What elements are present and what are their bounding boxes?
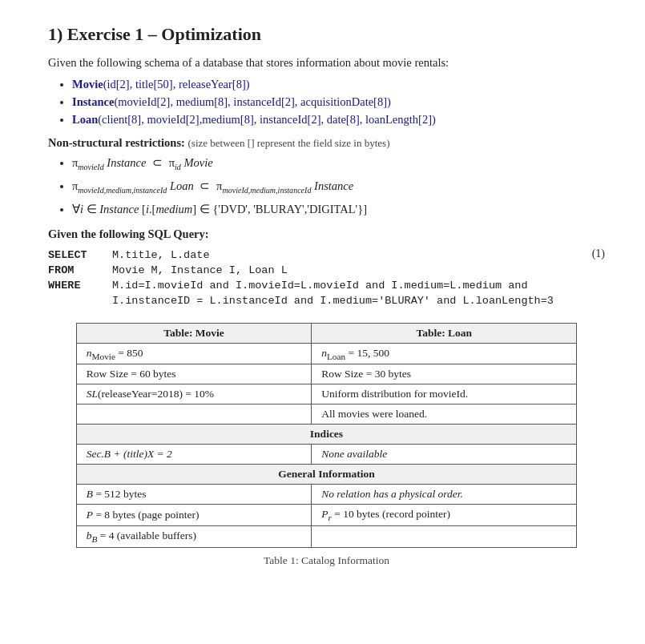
- sql-block: SELECT M.title, L.date FROM Movie M, Ins…: [48, 248, 605, 307]
- general-header-row: General Information: [76, 465, 577, 485]
- indices-header-row: Indices: [76, 425, 577, 445]
- cell-no-physical: No relation has a physical order.: [312, 485, 577, 505]
- cell-b: B = 512 bytes: [76, 485, 311, 505]
- schema-instance: Instance(movieId[2], medium[8], instance…: [72, 95, 605, 109]
- math-constraint-1: πmovieId Instance ⊂ πid Movie: [72, 156, 605, 173]
- sql-select-val: M.title, L.date: [112, 248, 605, 261]
- schema-movie-name: Movie: [72, 78, 103, 91]
- schema-movie: Movie(id[2], title[50], releaseYear[8]): [72, 78, 605, 91]
- table-row: B = 512 bytes No relation has a physical…: [76, 485, 577, 505]
- schema-list: Movie(id[2], title[50], releaseYear[8]) …: [72, 78, 605, 127]
- equation-number: (1): [592, 248, 605, 260]
- restrictions-heading: Non-structural restrictions: (size betwe…: [48, 136, 605, 150]
- sql-where-val2: I.instanceID = L.instanceId and I.medium…: [112, 293, 605, 307]
- table-row: Sec.B + (title)X = 2 None available: [76, 445, 577, 465]
- cell-empty2: [312, 526, 577, 548]
- cell-nloan: nLoan = 15, 500: [312, 343, 577, 364]
- math-constraint-3: ∀i ∈ Instance [i.[medium] ∈ {'DVD', 'BLU…: [72, 203, 605, 216]
- schema-instance-details: (movieId[2], medium[8], instanceId[2], a…: [114, 95, 390, 108]
- cell-pr: Pr = 10 bytes (record pointer): [312, 505, 577, 526]
- cell-secb: Sec.B + (title)X = 2: [76, 445, 311, 465]
- col1-header: Table: Movie: [76, 323, 311, 343]
- sql-select-kw: SELECT: [48, 248, 112, 261]
- col2-header: Table: Loan: [312, 323, 577, 343]
- schema-instance-name: Instance: [72, 95, 114, 108]
- cell-allloaned: All movies were loaned.: [312, 405, 577, 425]
- cell-nmovie: nMovie = 850: [76, 343, 311, 364]
- sql-where-kw: WHERE: [48, 278, 112, 292]
- math-constraint-2: πmovieId,medium,instanceId Loan ⊂ πmovie…: [72, 179, 605, 196]
- sql-from-kw: FROM: [48, 263, 112, 276]
- cell-empty: [76, 405, 311, 425]
- sql-heading: Given the following SQL Query:: [48, 227, 605, 241]
- schema-loan: Loan(client[8], movieId[2],medium[8], in…: [72, 113, 605, 127]
- cell-rowsize-loan: Row Size = 30 bytes: [312, 364, 577, 384]
- cell-rowsize-movie: Row Size = 60 bytes: [76, 364, 311, 384]
- page-title: 1) Exercise 1 – Optimization: [48, 24, 605, 45]
- table-header-row: Table: Movie Table: Loan: [76, 323, 577, 343]
- cell-p: P = 8 bytes (page pointer): [76, 505, 311, 526]
- cell-none-available: None available: [312, 445, 577, 465]
- sql-where-val1: M.id=I.movieId and I.movieId=L.movieId a…: [112, 278, 605, 292]
- schema-loan-name: Loan: [72, 113, 98, 126]
- table-row: Row Size = 60 bytes Row Size = 30 bytes: [76, 364, 577, 384]
- cell-bb: bB = 4 (available buffers): [76, 526, 311, 548]
- table-row: nMovie = 850 nLoan = 15, 500: [76, 343, 577, 364]
- schema-movie-details: (id[2], title[50], releaseYear[8]): [103, 78, 250, 91]
- math-constraints-list: πmovieId Instance ⊂ πid Movie πmovieId,m…: [72, 156, 605, 216]
- catalog-table: Table: Movie Table: Loan nMovie = 850 nL…: [76, 323, 578, 548]
- table-row: All movies were loaned.: [76, 405, 577, 425]
- catalog-table-wrapper: Table: Movie Table: Loan nMovie = 850 nL…: [48, 323, 605, 567]
- cell-sl: SL(releaseYear=2018) = 10%: [76, 384, 311, 405]
- table-row: SL(releaseYear=2018) = 10% Uniform distr…: [76, 384, 577, 405]
- intro-text: Given the following schema of a database…: [48, 56, 605, 70]
- table-caption: Table 1: Catalog Information: [264, 554, 389, 567]
- restrictions-note: (size between [] represent the field siz…: [188, 137, 390, 149]
- general-header-cell: General Information: [76, 465, 577, 485]
- table-row: P = 8 bytes (page pointer) Pr = 10 bytes…: [76, 505, 577, 526]
- cell-uniform: Uniform distribution for movieId.: [312, 384, 577, 405]
- schema-loan-details: (client[8], movieId[2],medium[8], instan…: [98, 113, 436, 126]
- sql-from-val: Movie M, Instance I, Loan L: [112, 263, 605, 276]
- table-row: bB = 4 (available buffers): [76, 526, 577, 548]
- indices-header-cell: Indices: [76, 425, 577, 445]
